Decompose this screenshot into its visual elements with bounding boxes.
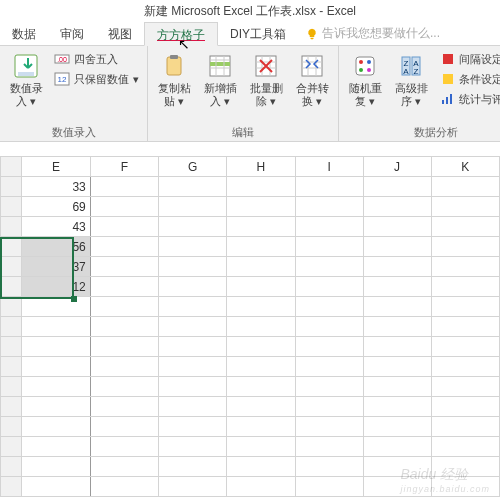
stats-rating-button[interactable]: 统计与评级 ▾: [435, 90, 500, 108]
column-header-G[interactable]: G: [158, 157, 226, 177]
cell[interactable]: [90, 297, 158, 317]
cell[interactable]: [295, 177, 363, 197]
tab-diy[interactable]: DIY工具箱: [218, 22, 298, 45]
cell[interactable]: 43: [22, 217, 91, 237]
cell[interactable]: 37: [22, 257, 91, 277]
tell-me-search[interactable]: 告诉我您想要做什么...: [298, 22, 440, 45]
column-header-F[interactable]: F: [90, 157, 158, 177]
cell[interactable]: [227, 397, 295, 417]
cell[interactable]: [295, 357, 363, 377]
cell[interactable]: [158, 477, 226, 497]
cell[interactable]: [227, 357, 295, 377]
cell[interactable]: [90, 257, 158, 277]
cell[interactable]: [158, 257, 226, 277]
cell[interactable]: [363, 417, 431, 437]
cell[interactable]: [363, 337, 431, 357]
cell[interactable]: [90, 217, 158, 237]
cell[interactable]: [90, 417, 158, 437]
cell[interactable]: [227, 457, 295, 477]
cell[interactable]: [90, 337, 158, 357]
cell[interactable]: [295, 237, 363, 257]
cell[interactable]: [227, 377, 295, 397]
cell[interactable]: [431, 177, 499, 197]
interval-color-button[interactable]: 间隔设定颜色: [435, 50, 500, 68]
cell[interactable]: [22, 337, 91, 357]
cell[interactable]: [158, 197, 226, 217]
cell[interactable]: [227, 197, 295, 217]
batch-delete-button[interactable]: 批量删 除 ▾: [244, 48, 288, 110]
cell[interactable]: [227, 437, 295, 457]
cell[interactable]: 33: [22, 177, 91, 197]
tab-review[interactable]: 审阅: [48, 22, 96, 45]
cell[interactable]: [363, 237, 431, 257]
cell[interactable]: 56: [22, 237, 91, 257]
cell[interactable]: [22, 437, 91, 457]
conditional-color-button[interactable]: 条件设定颜色: [435, 70, 500, 88]
keep-numbers-button[interactable]: 12 只保留数值 ▾: [50, 70, 143, 88]
cell[interactable]: [90, 397, 158, 417]
cell[interactable]: [431, 257, 499, 277]
cell[interactable]: [363, 257, 431, 277]
cell[interactable]: [363, 437, 431, 457]
cell[interactable]: [295, 417, 363, 437]
advanced-sort-button[interactable]: ZAAZ 高级排 序 ▾: [389, 48, 433, 110]
cell[interactable]: 12: [22, 277, 91, 297]
cell[interactable]: [295, 397, 363, 417]
cell[interactable]: [90, 377, 158, 397]
cell[interactable]: [227, 217, 295, 237]
cell[interactable]: [363, 357, 431, 377]
cell[interactable]: [431, 197, 499, 217]
cell[interactable]: [363, 177, 431, 197]
cell[interactable]: [227, 477, 295, 497]
column-header-E[interactable]: E: [22, 157, 91, 177]
cell[interactable]: [295, 197, 363, 217]
copy-paste-button[interactable]: 复制粘 贴 ▾: [152, 48, 196, 110]
cell[interactable]: [295, 217, 363, 237]
cell[interactable]: [431, 297, 499, 317]
cell[interactable]: [295, 317, 363, 337]
cell[interactable]: [431, 397, 499, 417]
cell[interactable]: [363, 297, 431, 317]
cell[interactable]: [363, 317, 431, 337]
cell[interactable]: [22, 297, 91, 317]
cell[interactable]: [22, 357, 91, 377]
cell[interactable]: [295, 277, 363, 297]
cell[interactable]: [90, 197, 158, 217]
cell[interactable]: [227, 337, 295, 357]
cell[interactable]: [90, 177, 158, 197]
cell[interactable]: [158, 237, 226, 257]
insert-button[interactable]: 新增插 入 ▾: [198, 48, 242, 110]
round-button[interactable]: .00 四舍五入: [50, 50, 143, 68]
cell[interactable]: [295, 337, 363, 357]
cell[interactable]: [22, 397, 91, 417]
cell[interactable]: [158, 177, 226, 197]
cell[interactable]: [22, 457, 91, 477]
column-header-K[interactable]: K: [431, 157, 499, 177]
cell[interactable]: [227, 417, 295, 437]
cell[interactable]: [158, 417, 226, 437]
cell[interactable]: [431, 437, 499, 457]
cell[interactable]: [22, 477, 91, 497]
cell[interactable]: [431, 337, 499, 357]
selection-handle[interactable]: [71, 296, 77, 302]
cell[interactable]: [158, 437, 226, 457]
cell[interactable]: [90, 437, 158, 457]
tab-view[interactable]: 视图: [96, 22, 144, 45]
cell[interactable]: [90, 457, 158, 477]
cell[interactable]: [295, 297, 363, 317]
cell[interactable]: [22, 317, 91, 337]
cell[interactable]: [158, 277, 226, 297]
cell[interactable]: [431, 317, 499, 337]
cell[interactable]: [363, 277, 431, 297]
cell[interactable]: [90, 237, 158, 257]
cell[interactable]: 69: [22, 197, 91, 217]
random-dup-button[interactable]: 随机重 复 ▾: [343, 48, 387, 110]
cell[interactable]: [295, 377, 363, 397]
cell[interactable]: [431, 417, 499, 437]
cell[interactable]: [90, 357, 158, 377]
cell[interactable]: [158, 377, 226, 397]
cell[interactable]: [431, 217, 499, 237]
cell[interactable]: [227, 317, 295, 337]
column-header-I[interactable]: I: [295, 157, 363, 177]
cell[interactable]: [431, 357, 499, 377]
